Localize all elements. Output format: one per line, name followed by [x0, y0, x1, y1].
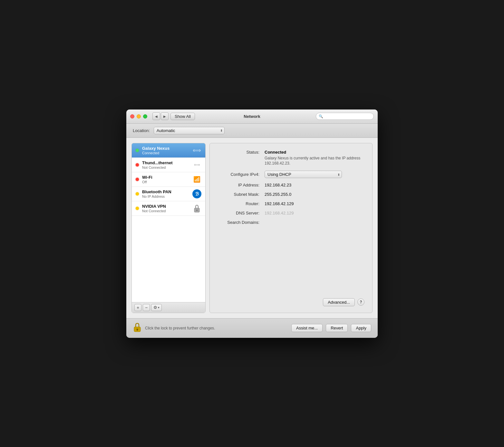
item-text: Bluetooth PAN No IP Address [142, 189, 189, 198]
item-status: No IP Address [142, 195, 189, 198]
location-select[interactable]: Automatic [154, 127, 225, 134]
configure-ipv4-row: Configure IPv4: Using DHCPManuallyUsing … [218, 171, 364, 178]
spacer [218, 229, 364, 293]
nav-buttons: ◀ ▶ [152, 112, 169, 120]
show-all-button[interactable]: Show All [170, 113, 195, 120]
sidebar-item-bluetooth[interactable]: Bluetooth PAN No IP Address ℬ [132, 187, 205, 201]
status-dot-red [136, 178, 139, 181]
sidebar: Galaxy Nexus Connected ⟺ Thund...thernet… [131, 143, 206, 313]
gear-arrow-icon: ▾ [158, 306, 160, 309]
advanced-button[interactable]: Advanced... [323, 298, 355, 306]
remove-network-button[interactable]: − [143, 304, 150, 311]
dns-server-value: 192.168.42.129 [265, 211, 294, 215]
status-dot-yellow [136, 207, 139, 210]
ip-address-row: IP Address: 192.168.42.23 [218, 183, 364, 187]
titlebar: ◀ ▶ Show All Network 🔍 [126, 109, 378, 124]
ip-address-label: IP Address: [218, 183, 259, 187]
lock-svg [193, 204, 201, 213]
location-select-wrapper: Automatic [154, 127, 225, 134]
item-status: Connected [142, 151, 189, 155]
router-row: Router: 192.168.42.129 [218, 201, 364, 206]
svg-point-1 [196, 210, 198, 211]
item-name: Wi-Fi [142, 175, 189, 180]
search-bar[interactable]: 🔍 [316, 113, 374, 120]
arrows-icon: ⟺ [192, 146, 201, 155]
item-name: Thund...thernet [142, 160, 189, 165]
item-text: Wi-Fi Off [142, 175, 189, 184]
status-info: Connected Galaxy Nexus is currently acti… [265, 150, 364, 166]
status-section: Status: Connected Galaxy Nexus is curren… [218, 150, 364, 166]
status-dot-yellow [136, 192, 139, 195]
lock-icon[interactable] [133, 322, 142, 335]
svg-rect-4 [137, 329, 138, 331]
location-label: Location: [133, 128, 150, 133]
sidebar-item-galaxy-nexus[interactable]: Galaxy Nexus Connected ⟺ [132, 143, 205, 158]
sidebar-item-wifi[interactable]: Wi-Fi Off 📶 [132, 172, 205, 187]
configure-select-wrapper: Using DHCPManuallyUsing BOOTP [265, 171, 342, 178]
forward-button[interactable]: ▶ [161, 112, 169, 120]
revert-button[interactable]: Revert [326, 324, 348, 332]
ip-address-value: 192.168.42.23 [265, 183, 291, 187]
dns-server-row: DNS Server: 192.168.42.129 [218, 211, 364, 215]
search-domains-label: Search Domains: [218, 220, 259, 225]
close-button[interactable] [130, 114, 134, 119]
network-window: ◀ ▶ Show All Network 🔍 Location: Automat… [126, 109, 378, 338]
window-footer: Click the lock to prevent further change… [126, 318, 378, 338]
location-toolbar: Location: Automatic [126, 124, 378, 138]
router-value: 192.168.42.129 [265, 201, 294, 206]
router-label: Router: [218, 201, 259, 206]
status-dot-red [136, 163, 139, 166]
gear-menu-button[interactable]: ⚙ ▾ [151, 304, 162, 311]
bluetooth-circle: ℬ [192, 189, 201, 198]
help-button[interactable]: ? [357, 299, 364, 306]
status-description: Galaxy Nexus is currently active and has… [265, 156, 364, 166]
search-domains-row: Search Domains: [218, 220, 364, 225]
main-content: Galaxy Nexus Connected ⟺ Thund...thernet… [126, 138, 378, 318]
traffic-lights [130, 114, 147, 119]
back-button[interactable]: ◀ [152, 112, 160, 120]
apply-button[interactable]: Apply [351, 324, 371, 332]
status-value: Connected [265, 150, 364, 155]
subnet-mask-label: Subnet Mask: [218, 192, 259, 197]
sidebar-toolbar: + − ⚙ ▾ [132, 302, 205, 313]
search-icon: 🔍 [319, 114, 323, 119]
detail-footer: Advanced... ? [218, 298, 364, 306]
gear-icon: ⚙ [153, 305, 157, 310]
item-status: Not Connected [142, 209, 189, 213]
status-label: Status: [218, 150, 259, 166]
arrows-icon: ⟺ [192, 160, 201, 169]
item-name: Galaxy Nexus [142, 146, 189, 151]
item-text: Thund...thernet Not Connected [142, 160, 189, 169]
bluetooth-icon: ℬ [192, 189, 201, 198]
status-dot-green [136, 149, 139, 152]
sidebar-item-thunderbolt[interactable]: Thund...thernet Not Connected ⟺ [132, 158, 205, 172]
item-text: NVIDIA VPN Not Connected [142, 204, 189, 213]
lock-icon [192, 204, 201, 213]
item-text: Galaxy Nexus Connected [142, 146, 189, 155]
configure-ipv4-select[interactable]: Using DHCPManuallyUsing BOOTP [265, 171, 342, 178]
item-status: Not Connected [142, 166, 189, 169]
minimize-button[interactable] [137, 114, 141, 119]
lock-status-text: Click the lock to prevent further change… [145, 326, 288, 330]
dns-server-label: DNS Server: [218, 211, 259, 215]
assist-me-button[interactable]: Assist me... [291, 324, 323, 332]
subnet-mask-value: 255.255.255.0 [265, 192, 291, 197]
subnet-mask-row: Subnet Mask: 255.255.255.0 [218, 192, 364, 197]
window-title: Network [244, 114, 260, 119]
sidebar-item-nvidia-vpn[interactable]: NVIDIA VPN Not Connected [132, 201, 205, 216]
add-network-button[interactable]: + [134, 304, 141, 311]
maximize-button[interactable] [143, 114, 147, 119]
item-name: Bluetooth PAN [142, 189, 189, 194]
configure-label: Configure IPv4: [218, 172, 259, 177]
wifi-icon: 📶 [192, 175, 201, 184]
item-name: NVIDIA VPN [142, 204, 189, 209]
detail-panel: Status: Connected Galaxy Nexus is curren… [209, 143, 373, 313]
item-status: Off [142, 180, 189, 184]
sidebar-list: Galaxy Nexus Connected ⟺ Thund...thernet… [132, 143, 205, 302]
lock-padlock-icon [133, 322, 142, 333]
